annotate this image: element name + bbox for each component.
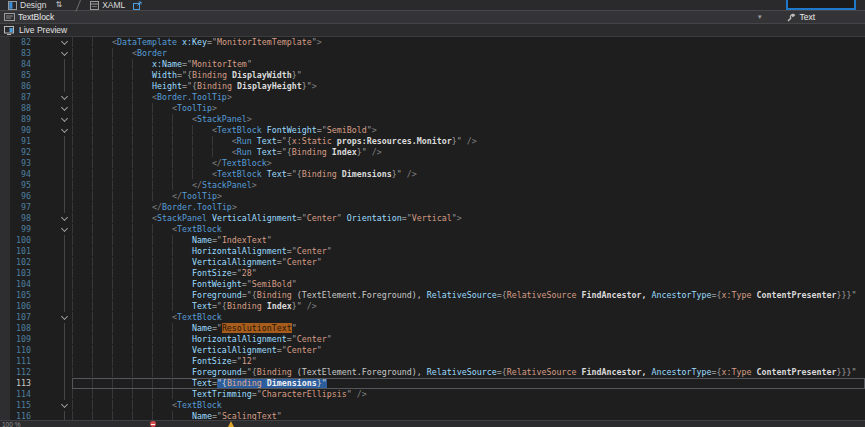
outline-guide: [64, 235, 65, 246]
code-line[interactable]: 83 <Border: [0, 48, 865, 59]
chevron-down-icon[interactable]: [60, 115, 67, 122]
code-line[interactable]: 96 </ToolTip>: [0, 191, 865, 202]
code-line[interactable]: 88 <ToolTip>: [0, 103, 865, 114]
code-line[interactable]: 97 </Border.ToolTip>: [0, 202, 865, 213]
line-number: 87: [10, 92, 36, 103]
line-number: 114: [10, 389, 36, 400]
line-number: 89: [10, 114, 36, 125]
popout-window-button[interactable]: [133, 1, 142, 10]
zoom-level-label[interactable]: 100 %: [2, 421, 20, 427]
line-number: 113: [10, 378, 36, 389]
code-line[interactable]: 95 </StackPanel>: [0, 180, 865, 191]
breadcrumb-element[interactable]: TextBlock: [4, 12, 54, 22]
dropdown-caret-icon[interactable]: ▾: [758, 13, 762, 21]
tab-design[interactable]: Design: [5, 0, 49, 10]
glyph-margin: [0, 246, 10, 257]
code-text: VerticalAlignment="Center": [72, 257, 865, 268]
code-line[interactable]: 99 <TextBlock: [0, 224, 865, 235]
glyph-margin: [0, 279, 10, 290]
chevron-down-icon[interactable]: [60, 126, 67, 133]
chevron-down-icon[interactable]: [60, 93, 67, 100]
chevron-down-icon[interactable]: [60, 214, 67, 221]
glyph-margin: [0, 136, 10, 147]
code-line[interactable]: 91 <Run Text="{x:Static props:Resources.…: [0, 136, 865, 147]
line-number: 112: [10, 367, 36, 378]
code-text: FontSize="28": [72, 268, 865, 279]
code-line[interactable]: 100 Name="IndexText": [0, 235, 865, 246]
code-line[interactable]: 115 <TextBlock: [0, 400, 865, 411]
line-number: 102: [10, 257, 36, 268]
glyph-margin: [0, 312, 10, 323]
xaml-editor-window: Design ⇅ XAML TextBl: [0, 0, 865, 427]
glyph-margin: [0, 147, 10, 158]
code-line[interactable]: 92 <Run Text="{Binding Index}" />: [0, 147, 865, 158]
code-line[interactable]: 101 HorizontalAlignment="Center": [0, 246, 865, 257]
glyph-margin: [0, 114, 10, 125]
design-view-icon: [8, 1, 17, 10]
line-number: 83: [10, 48, 36, 59]
code-text: <TextBlock: [72, 312, 865, 323]
line-number: 95: [10, 180, 36, 191]
code-line[interactable]: 94 <TextBlock Text="{Binding Dimensions}…: [0, 169, 865, 180]
code-line[interactable]: 93 </TextBlock>: [0, 158, 865, 169]
code-line[interactable]: 90 <TextBlock FontWeight="SemiBold">: [0, 125, 865, 136]
code-line[interactable]: 87 <Border.ToolTip>: [0, 92, 865, 103]
code-line[interactable]: 84 x:Name="MonitorItem": [0, 59, 865, 70]
code-editor[interactable]: 82 <DataTemplate x:Key="MonitorItemTempl…: [0, 37, 865, 427]
code-line[interactable]: 89 <StackPanel>: [0, 114, 865, 125]
code-line[interactable]: 86 Height="{Binding DisplayHeight}">: [0, 81, 865, 92]
code-text: </Border.ToolTip>: [72, 202, 865, 213]
code-text: <Border.ToolTip>: [72, 92, 865, 103]
code-line[interactable]: 85 Width="{Binding DisplayWidth}": [0, 70, 865, 81]
outline-guide: [64, 367, 65, 378]
chevron-down-icon[interactable]: [60, 225, 67, 232]
tab-design-label: Design: [20, 0, 46, 10]
line-number: 115: [10, 400, 36, 411]
error-icon[interactable]: [150, 421, 156, 427]
chevron-down-icon[interactable]: [60, 401, 67, 408]
outline-guide: [64, 257, 65, 268]
code-text: Height="{Binding DisplayHeight}">: [72, 81, 865, 92]
code-line[interactable]: 103 FontSize="28": [0, 268, 865, 279]
code-text: HorizontalAlignment="Center": [72, 246, 865, 257]
code-line[interactable]: 98 <StackPanel VerticalAlignment="Center…: [0, 213, 865, 224]
chevron-down-icon[interactable]: [60, 49, 67, 56]
warning-icon[interactable]: [228, 421, 234, 427]
wrench-icon[interactable]: [787, 13, 796, 22]
glyph-margin: [0, 70, 10, 81]
line-number: 107: [10, 312, 36, 323]
glyph-margin: [0, 180, 10, 191]
line-number: 85: [10, 70, 36, 81]
chevron-down-icon[interactable]: [60, 313, 67, 320]
outline-guide: [64, 378, 65, 389]
code-line[interactable]: 105 Foreground="{Binding (TextElement.Fo…: [0, 290, 865, 301]
live-preview-bar[interactable]: Live Preview: [0, 24, 865, 37]
code-line[interactable]: 110 VerticalAlignment="Center": [0, 345, 865, 356]
code-text: <TextBlock Text="{Binding Dimensions}" /…: [72, 169, 865, 180]
glyph-margin: [0, 92, 10, 103]
code-line[interactable]: 109 HorizontalAlignment="Center": [0, 334, 865, 345]
line-number: 91: [10, 136, 36, 147]
code-line[interactable]: 114 TextTrimming="CharacterEllipsis" />: [0, 389, 865, 400]
code-line[interactable]: 112 Foreground="{Binding (TextElement.Fo…: [0, 367, 865, 378]
code-lines: 82 <DataTemplate x:Key="MonitorItemTempl…: [0, 37, 865, 422]
code-line[interactable]: 104 FontWeight="SemiBold": [0, 279, 865, 290]
tab-xaml[interactable]: XAML: [87, 0, 128, 10]
code-text: Width="{Binding DisplayWidth}": [72, 70, 865, 81]
chevron-down-icon[interactable]: [60, 38, 67, 45]
code-line[interactable]: 113 Text="{Binding Dimensions}": [0, 378, 865, 389]
code-line[interactable]: 82 <DataTemplate x:Key="MonitorItemTempl…: [0, 37, 865, 48]
property-action-label[interactable]: Text: [799, 12, 815, 22]
code-line[interactable]: 107 <TextBlock: [0, 312, 865, 323]
code-line[interactable]: 108 Name="ResolutionText": [0, 323, 865, 334]
outline-guide: [64, 70, 65, 81]
code-text: <Run Text="{x:Static props:Resources.Mon…: [72, 136, 865, 147]
code-line[interactable]: 106 Text="{Binding Index}" />: [0, 301, 865, 312]
code-line[interactable]: 102 VerticalAlignment="Center": [0, 257, 865, 268]
glyph-margin: [0, 81, 10, 92]
code-line[interactable]: 111 FontSize="12": [0, 356, 865, 367]
outline-guide: [64, 290, 65, 301]
chevron-down-icon[interactable]: [60, 104, 67, 111]
code-text: </ToolTip>: [72, 191, 865, 202]
swap-views-icon[interactable]: ⇅: [55, 0, 62, 10]
